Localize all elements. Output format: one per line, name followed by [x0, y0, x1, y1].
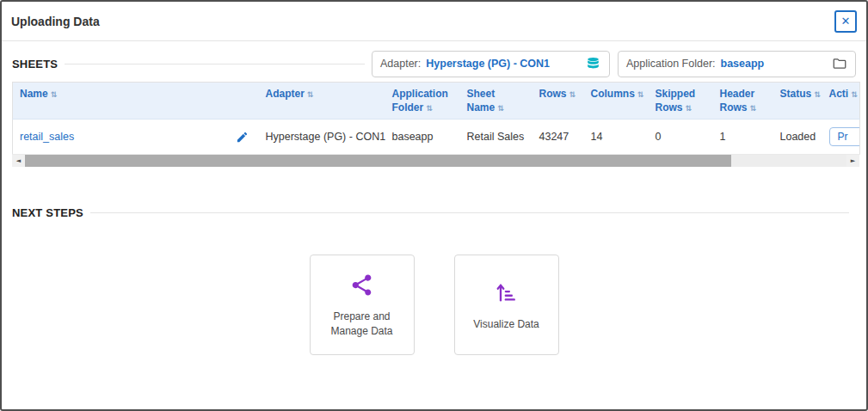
adapter-picker[interactable]: Adapter: Hyperstage (PG) - CON1: [372, 51, 610, 77]
scroll-left-icon[interactable]: ◄: [12, 155, 25, 167]
cell-skipped-rows: 0: [649, 120, 713, 155]
column-header-application-folder[interactable]: Application Folder⇅: [385, 83, 460, 120]
cell-sheet-name: Retail Sales: [460, 120, 532, 155]
application-folder-value: baseapp: [721, 58, 765, 70]
sort-icon[interactable]: ⇅: [814, 90, 821, 99]
sort-icon[interactable]: ⇅: [51, 90, 58, 99]
edit-icon[interactable]: [236, 131, 249, 144]
sheets-table: Name⇅ Adapter⇅ Application Folder⇅ Sheet…: [12, 82, 860, 155]
adapter-picker-value: Hyperstage (PG) - CON1: [426, 58, 550, 70]
column-header-header-rows[interactable]: Header Rows⇅: [713, 83, 773, 120]
section-divider: [90, 212, 849, 213]
cell-header-rows: 1: [713, 120, 773, 155]
application-folder-label: Application Folder:: [626, 58, 716, 70]
column-header-sheet-name[interactable]: Sheet Name⇅: [460, 83, 532, 120]
sort-icon[interactable]: ⇅: [497, 104, 504, 113]
column-header-status[interactable]: Status⇅: [773, 83, 822, 120]
share-icon: [349, 271, 374, 298]
sheets-section-label: SHEETS: [12, 58, 58, 71]
row-action-button[interactable]: Pr: [829, 127, 860, 146]
adapter-picker-label: Adapter:: [380, 58, 421, 70]
table-row: retail_sales Hyperstage (PG) - CON1 base…: [13, 120, 860, 155]
sort-icon[interactable]: ⇅: [637, 90, 644, 99]
cell-actions: Pr: [822, 120, 860, 155]
table-header-row: Name⇅ Adapter⇅ Application Folder⇅ Sheet…: [13, 83, 860, 120]
column-header-columns[interactable]: Columns⇅: [584, 83, 649, 120]
sort-icon[interactable]: ⇅: [307, 90, 314, 99]
next-steps-cards: Prepare and Manage Data Visualize Data: [12, 255, 856, 355]
column-header-skipped-rows[interactable]: Skipped Rows⇅: [649, 83, 713, 120]
dialog-title: Uploading Data: [11, 15, 100, 28]
cell-application-folder: baseapp: [385, 120, 460, 155]
dialog-titlebar: Uploading Data ✕: [2, 2, 866, 41]
scrollbar-thumb[interactable]: [25, 155, 731, 167]
cell-rows: 43247: [532, 120, 584, 155]
close-button[interactable]: ✕: [834, 10, 857, 33]
section-divider: [65, 64, 365, 64]
sheets-section-header: SHEETS Adapter: Hyperstage (PG) - CON1 A…: [12, 50, 856, 77]
visualize-data-card[interactable]: Visualize Data: [454, 255, 559, 355]
cell-name: retail_sales: [13, 120, 259, 155]
uploading-data-dialog: Uploading Data ✕ SHEETS Adapter: Hyperst…: [0, 0, 868, 411]
scroll-right-icon[interactable]: ►: [846, 155, 859, 167]
sort-icon[interactable]: ⇅: [569, 90, 576, 99]
column-header-rows[interactable]: Rows⇅: [532, 83, 584, 120]
dialog-content: SHEETS Adapter: Hyperstage (PG) - CON1 A…: [2, 50, 866, 355]
scrollbar-track[interactable]: [25, 155, 846, 167]
cell-status: Loaded: [773, 120, 822, 155]
horizontal-scrollbar[interactable]: ◄ ►: [12, 155, 859, 167]
database-icon: [585, 56, 601, 72]
card-label: Prepare and Manage Data: [316, 310, 409, 339]
sheet-name-link[interactable]: retail_sales: [20, 131, 74, 143]
next-steps-section-header: NEXT STEPS: [12, 206, 856, 219]
column-header-name[interactable]: Name⇅: [13, 83, 259, 120]
application-folder-picker[interactable]: Application Folder: baseapp: [618, 51, 856, 77]
bar-chart-arrow-icon: [495, 279, 519, 306]
sort-icon[interactable]: ⇅: [426, 104, 433, 113]
cell-adapter: Hyperstage (PG) - CON1: [259, 120, 385, 155]
sort-icon[interactable]: ⇅: [851, 90, 858, 99]
column-header-actions[interactable]: Acti⇅: [822, 83, 860, 120]
sort-icon[interactable]: ⇅: [686, 104, 693, 113]
next-steps-section-label: NEXT STEPS: [12, 206, 83, 219]
prepare-and-manage-data-card[interactable]: Prepare and Manage Data: [310, 255, 415, 355]
card-label: Visualize Data: [473, 317, 539, 332]
cell-columns: 14: [584, 120, 649, 155]
column-header-adapter[interactable]: Adapter⇅: [259, 83, 385, 120]
folder-icon: [832, 56, 847, 71]
sort-icon[interactable]: ⇅: [750, 104, 757, 113]
